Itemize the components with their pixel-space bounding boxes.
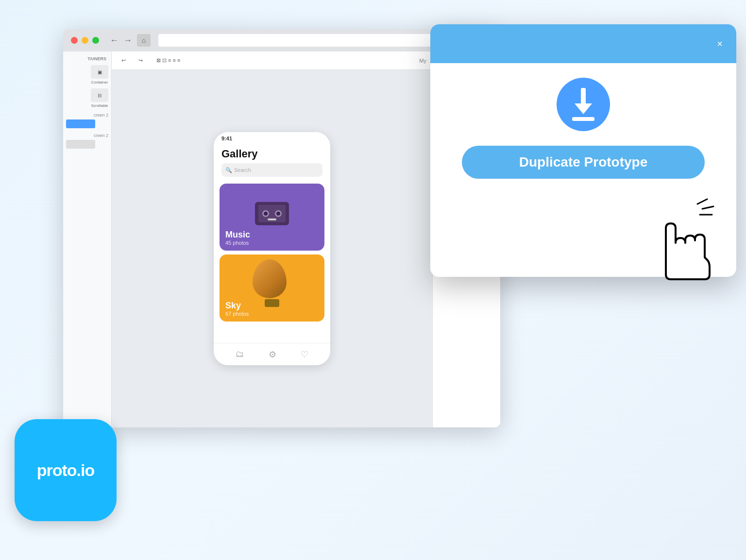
canvas-area[interactable]: 9:41 Gallery 🔍 Search xyxy=(112,70,432,427)
arrow-shaft xyxy=(581,88,586,104)
phone-time: 9:41 xyxy=(221,136,232,141)
container-icon: ▣ xyxy=(91,65,108,79)
browser-nav: ← → ⌂ xyxy=(110,34,151,47)
container-label: Container xyxy=(91,80,108,85)
gallery-search[interactable]: 🔍 Search xyxy=(221,163,322,177)
sky-card-subtitle: 67 photos xyxy=(225,311,249,317)
cassette-tape xyxy=(268,219,276,221)
balloon-container xyxy=(253,259,291,308)
scrollable-icon: ⊟ xyxy=(91,88,108,102)
toolbar-right: My xyxy=(419,58,426,64)
sky-card[interactable]: Sky 67 photos xyxy=(220,255,324,322)
dialog-body: Duplicate Prototype xyxy=(430,63,736,198)
sky-card-text: Sky 67 photos xyxy=(225,301,249,317)
proto-logo-text: proto.io xyxy=(37,461,95,480)
traffic-light-fullscreen[interactable] xyxy=(92,37,99,44)
arrow-base xyxy=(572,117,594,121)
screen1-thumb[interactable] xyxy=(66,119,95,128)
forward-button[interactable]: → xyxy=(123,35,132,46)
tab-folder-icon[interactable]: 🗂 xyxy=(236,349,244,359)
music-card-subtitle: 45 photos xyxy=(225,240,250,246)
search-icon: 🔍 xyxy=(225,167,232,173)
editor-sidebar: TAINERS ▣ Container ⊟ Scrollable creen 2… xyxy=(63,51,112,427)
tab-filter-icon[interactable]: ⚙ xyxy=(269,349,276,360)
search-placeholder-text: Search xyxy=(234,167,251,173)
music-card[interactable]: Music 45 photos xyxy=(220,184,324,251)
tab-heart-icon[interactable]: ♡ xyxy=(301,349,308,360)
cassette-inner xyxy=(258,205,286,222)
screen1-label: creen 2 xyxy=(66,113,108,118)
sidebar-widget-container[interactable]: ▣ Container xyxy=(91,65,108,85)
close-icon: × xyxy=(717,38,723,50)
back-button[interactable]: ← xyxy=(110,35,119,46)
home-button[interactable]: ⌂ xyxy=(137,34,151,47)
dialog-header: × xyxy=(430,24,736,63)
download-circle xyxy=(557,78,610,131)
tab-container[interactable]: ↩ xyxy=(118,55,130,66)
phone-tab-bar: 🗂 ⚙ ♡ xyxy=(214,343,330,365)
sidebar-widget-scrollable[interactable]: ⊟ Scrollable xyxy=(91,88,108,108)
gallery-header: Gallery 🔍 Search xyxy=(214,145,330,180)
phone-content: Gallery 🔍 Search xyxy=(214,145,330,343)
screen2-thumb[interactable] xyxy=(66,140,95,149)
balloon-basket xyxy=(265,299,279,307)
phone-status-bar: 9:41 xyxy=(214,132,330,145)
duplicate-prototype-button[interactable]: Duplicate Prototype xyxy=(462,146,705,179)
music-card-title: Music xyxy=(225,230,250,240)
gallery-title: Gallery xyxy=(221,148,322,160)
download-icon xyxy=(572,88,594,121)
traffic-light-minimize[interactable] xyxy=(82,37,88,44)
sidebar-section-label: TAINERS xyxy=(66,56,108,61)
duplicate-button-label: Duplicate Prototype xyxy=(519,154,647,170)
sky-card-title: Sky xyxy=(225,301,249,311)
scrollable-label: Scrollable xyxy=(91,103,108,108)
cassette-reel-left xyxy=(262,210,269,217)
arrow-head xyxy=(575,103,592,114)
gallery-cards: Music 45 photos xyxy=(214,180,330,343)
traffic-light-close[interactable] xyxy=(71,37,78,44)
duplicate-dialog: × Duplicate Prototype xyxy=(430,24,736,277)
proto-logo-badge: proto.io xyxy=(15,419,117,521)
phone-mockup: 9:41 Gallery 🔍 Search xyxy=(214,132,330,365)
tab-redo[interactable]: ↪ xyxy=(135,55,147,66)
cassette-reel-right xyxy=(275,210,282,217)
cassette-icon xyxy=(255,202,289,225)
editor-main: ↩ ↪ ⊠ ⊡ ≡ ≡ ≡ My 9:41 Gallery 🔍 xyxy=(112,51,432,427)
music-card-text: Music 45 photos xyxy=(225,230,250,246)
sidebar-items: ▣ Container ⊟ Scrollable xyxy=(66,65,108,108)
align-tools: ⊠ ⊡ ≡ ≡ ≡ xyxy=(156,57,180,64)
screen2-label: creen 2 xyxy=(66,133,108,138)
editor-toolbar: ↩ ↪ ⊠ ⊡ ≡ ≡ ≡ My xyxy=(112,51,432,70)
dialog-close-button[interactable]: × xyxy=(713,37,727,51)
balloon-body xyxy=(253,259,287,298)
